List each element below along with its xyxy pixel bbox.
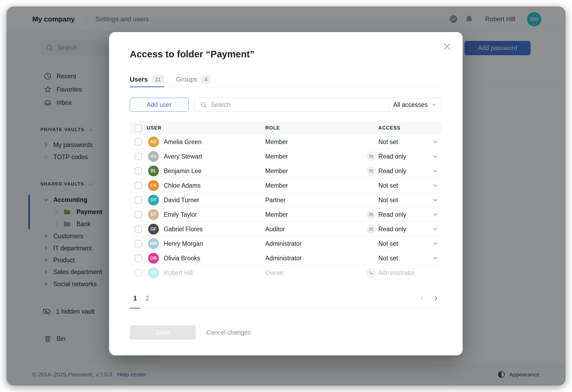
table-row[interactable]: ET Emily Taylor Member Read only (130, 207, 442, 222)
avatar: AG (148, 136, 159, 147)
user-name: Gabriel Flores (164, 222, 203, 236)
chevron-down-icon[interactable] (432, 197, 439, 203)
chevron-down-icon[interactable] (432, 139, 439, 145)
avatar: ET (148, 209, 159, 220)
chevron-down-icon[interactable] (432, 182, 439, 189)
user-role: Member (265, 135, 288, 149)
user-name: Avery Stewart (164, 149, 202, 164)
user-role: Member (265, 178, 288, 193)
access-value: Not set (378, 236, 398, 251)
user-role: Partner (265, 193, 285, 207)
modal-search-input[interactable]: Search (194, 101, 388, 108)
modal-search-group: Search All accesses (194, 98, 442, 112)
add-user-button[interactable]: Add user (130, 98, 189, 112)
row-checkbox[interactable] (135, 254, 142, 262)
table-row[interactable]: HM Henry Morgan Administrator Not set (130, 236, 442, 251)
table-row[interactable]: AG Amelia Green Member Not set (130, 135, 442, 149)
pagination-divider (130, 308, 442, 309)
chevron-down-icon[interactable] (432, 255, 439, 261)
chevron-down-icon[interactable] (432, 168, 439, 174)
user-name: Amelia Green (164, 135, 202, 149)
pagination: 1 2 (130, 291, 442, 306)
group-access-icon (366, 210, 376, 219)
modal-tabs: Users 11 Groups 4 (130, 72, 442, 87)
avatar: AS (148, 151, 159, 162)
access-value: Not set (378, 135, 398, 149)
row-checkbox[interactable] (135, 138, 142, 145)
pagination-active-indicator (130, 308, 140, 309)
access-filter-dropdown[interactable]: All accesses (388, 98, 441, 111)
table-row-owner: RH Robert Hill Owner Administrator (130, 265, 442, 280)
row-checkbox[interactable] (135, 240, 142, 247)
select-all-checkbox[interactable] (135, 124, 142, 132)
row-checkbox[interactable] (135, 153, 142, 160)
avatar: RH (148, 267, 159, 278)
access-value: Read only (378, 207, 406, 222)
modal-title: Access to folder “Payment” (130, 49, 254, 60)
avatar: GF (148, 224, 159, 234)
access-value: Read only (378, 222, 406, 236)
user-role: Auditor (265, 222, 285, 236)
row-checkbox[interactable] (135, 225, 142, 233)
access-value: Not set (378, 178, 398, 193)
table-row[interactable]: GF Gabriel Flores Auditor Read only (130, 222, 442, 236)
table-row[interactable]: CA Chloe Adams Member Not set (130, 178, 442, 193)
inherited-access-icon (366, 268, 376, 278)
access-value: Read only (378, 149, 406, 164)
close-icon[interactable] (442, 42, 452, 51)
chevron-right-icon[interactable] (433, 295, 440, 302)
chevron-down-icon[interactable] (432, 240, 439, 247)
row-checkbox (135, 269, 142, 276)
avatar: CA (148, 180, 159, 191)
avatar: DT (148, 195, 159, 205)
save-button[interactable]: Save (130, 325, 196, 340)
user-name: Robert Hill (164, 265, 193, 280)
screen: My company Settings and users Robert Hil… (0, 0, 572, 392)
tab-users[interactable]: Users 11 (130, 72, 164, 87)
chevron-down-icon[interactable] (432, 153, 439, 160)
chevron-down-icon (431, 102, 437, 108)
tab-label: Users (130, 76, 148, 83)
tab-count-badge: 4 (201, 75, 211, 84)
table-row[interactable]: DT David Turner Partner Not set (130, 193, 442, 207)
row-checkbox[interactable] (135, 167, 142, 174)
group-access-icon (366, 152, 376, 161)
user-role: Member (265, 207, 288, 222)
column-header-role: ROLE (265, 121, 280, 135)
column-header-access: ACCESS (378, 121, 400, 135)
user-name: Olivia Brooks (164, 251, 200, 265)
access-value: Not set (378, 251, 398, 265)
page-1[interactable]: 1 (133, 291, 137, 306)
chevron-down-icon[interactable] (432, 211, 439, 218)
user-table: AG Amelia Green Member Not set AS Avery … (130, 135, 442, 280)
access-modal: Access to folder “Payment” Users 11 Grou… (109, 32, 463, 355)
user-role: Administrator (265, 236, 302, 251)
user-name: Benjamin Lee (164, 164, 202, 178)
row-checkbox[interactable] (135, 182, 142, 189)
table-row[interactable]: AS Avery Stewart Member Read only (130, 149, 442, 164)
table-header: USER ROLE ACCESS (130, 121, 442, 135)
tab-count-badge: 11 (152, 75, 164, 84)
chevron-left-icon[interactable] (418, 295, 425, 302)
user-name: Emily Taylor (164, 207, 197, 222)
cancel-changes-button[interactable]: Cancel changes (206, 325, 251, 340)
search-placeholder: Search (211, 101, 231, 108)
user-name: Chloe Adams (164, 178, 201, 193)
user-role: Member (265, 149, 288, 164)
access-value: Not set (378, 193, 398, 207)
column-header-user: USER (147, 121, 162, 135)
table-row[interactable]: OB Olivia Brooks Administrator Not set (130, 251, 442, 265)
row-checkbox[interactable] (135, 196, 142, 204)
chevron-down-icon[interactable] (432, 226, 439, 232)
row-checkbox[interactable] (135, 211, 142, 218)
table-row[interactable]: BL Benjamin Lee Member Read only (130, 164, 442, 178)
page-2[interactable]: 2 (145, 291, 149, 306)
filter-label: All accesses (393, 101, 428, 108)
user-name: Henry Morgan (164, 236, 203, 251)
tab-label: Groups (176, 76, 197, 83)
avatar: HM (148, 238, 159, 249)
tab-groups[interactable]: Groups 4 (176, 72, 211, 87)
group-access-icon (366, 224, 376, 234)
search-icon (200, 101, 207, 108)
user-role: Owner (265, 265, 284, 280)
